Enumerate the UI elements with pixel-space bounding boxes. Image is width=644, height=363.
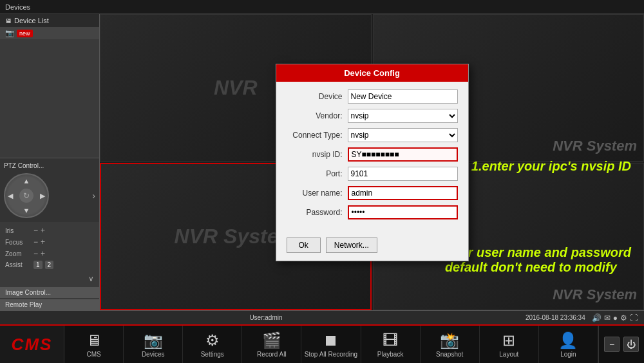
fullscreen-icon: ⛶ xyxy=(630,313,638,322)
taskbar-item-cms[interactable]: 🖥 CMS xyxy=(64,326,124,363)
device-list-label: Device List xyxy=(14,17,49,24)
assist-num-2: 2 xyxy=(45,261,54,269)
iris-plus[interactable]: + xyxy=(41,226,45,235)
zoom-label: Zoom xyxy=(5,250,31,257)
ptz-label: PTZ Control... xyxy=(4,162,95,169)
top-bar: Devices xyxy=(0,0,644,14)
taskbar-label-cms: CMS xyxy=(86,351,100,358)
taskbar-label-settings: Settings xyxy=(201,351,224,358)
taskbar-item-devices[interactable]: 📷 Devices xyxy=(124,326,183,363)
password-input[interactable] xyxy=(348,205,458,219)
ptz-up-arrow: ▲ xyxy=(23,177,30,185)
sidebar: 🖥 Device List 📷 new PTZ Control... ▲ ▼ ◀… xyxy=(0,14,100,310)
dialog-body: Device Vendor: nvsip Connect Type: xyxy=(276,82,468,232)
dialog-footer: Ok Network... xyxy=(276,232,468,261)
taskbar-minus-btn[interactable]: − xyxy=(604,337,620,352)
iris-row: Iris − + xyxy=(5,226,94,235)
connect-type-row: Connect Type: nvsip xyxy=(287,128,458,142)
bottom-arrow: ∨ xyxy=(0,273,99,284)
zoom-minus[interactable]: − xyxy=(33,249,38,258)
sidebar-header: 🖥 Device List xyxy=(0,14,99,27)
port-row: Port: xyxy=(287,167,458,181)
taskbar-label-devices: Devices xyxy=(142,351,165,358)
taskbar-item-settings[interactable]: ⚙ Settings xyxy=(183,326,242,363)
image-control-button[interactable]: Image Control... xyxy=(0,287,99,298)
connect-type-label: Connect Type: xyxy=(287,131,348,140)
iris-label: Iris xyxy=(5,227,31,234)
sidebar-spacer xyxy=(0,39,99,158)
iris-minus[interactable]: − xyxy=(33,226,38,235)
layout-icon: ⊞ xyxy=(502,331,515,349)
new-badge: new xyxy=(17,30,33,37)
record-all-icon: 🎬 xyxy=(262,331,281,349)
vendor-row: Vendor: nvsip xyxy=(287,109,458,123)
taskbar-item-layout[interactable]: ⊞ Layout xyxy=(480,326,539,363)
speaker-icon: 🔊 xyxy=(592,313,601,322)
taskbar-label-snapshot: Snapshot xyxy=(436,351,463,358)
ptz-center[interactable]: ↻ xyxy=(19,189,33,203)
app-container: Devices 🖥 Device List 📷 new PTZ Control.… xyxy=(0,0,644,363)
refresh-icon: ↻ xyxy=(23,191,30,200)
taskbar-item-record-all[interactable]: 🎬 Record All xyxy=(242,326,301,363)
content-area: 🖥 Device List 📷 new PTZ Control... ▲ ▼ ◀… xyxy=(0,14,644,310)
focus-minus[interactable]: − xyxy=(33,237,38,247)
status-time: 2016-08-18 23:36:34 xyxy=(526,314,585,321)
ok-button[interactable]: Ok xyxy=(287,237,321,253)
mail-icon: ✉ xyxy=(604,313,611,322)
taskbar-item-login[interactable]: 👤 Login xyxy=(539,326,598,363)
status-icons: 🔊 ✉ ● ⚙ ⛶ xyxy=(592,313,638,322)
connect-type-select[interactable]: nvsip xyxy=(348,128,458,142)
settings-icon: ⚙ xyxy=(620,313,627,322)
password-label: Password: xyxy=(287,208,348,217)
taskbar-label-layout: Layout xyxy=(499,351,518,358)
cms-logo-area: CMS xyxy=(0,326,64,363)
ptz-control: PTZ Control... ▲ ▼ ◀ ▶ ↻ › xyxy=(0,158,99,222)
device-config-dialog: Device Config Device Vendor: nvsip xyxy=(276,64,469,261)
taskbar-power-btn[interactable]: ⏻ xyxy=(623,337,639,352)
username-row: User name: xyxy=(287,186,458,200)
cms-icon: 🖥 xyxy=(86,331,102,349)
nvsip-id-row: nvsip ID: xyxy=(287,147,458,162)
assist-num-1: 1 xyxy=(33,261,43,269)
taskbar: CMS 🖥 CMS 📷 Devices ⚙ Settings 🎬 Record … xyxy=(0,324,644,363)
username-label: User name: xyxy=(287,189,348,198)
taskbar-label-stop-recording: Stop All Recording xyxy=(305,351,357,358)
top-bar-title: Devices xyxy=(5,3,30,11)
settings-taskbar-icon: ⚙ xyxy=(205,331,220,349)
assist-row: Assist 1 2 xyxy=(5,261,94,269)
device-label: Device xyxy=(287,92,348,101)
cms-logo: CMS xyxy=(12,335,53,355)
ptz-right-arrow: ▶ xyxy=(40,192,45,200)
dialog-title: Device Config xyxy=(276,64,468,82)
ptz-body: ▲ ▼ ◀ ▶ ↻ › xyxy=(4,173,95,218)
nvsip-id-label: nvsip ID: xyxy=(287,150,348,159)
device-icon: 📷 xyxy=(5,29,14,37)
taskbar-item-stop-recording[interactable]: ⏹ Stop All Recording xyxy=(301,326,361,363)
taskbar-items: 🖥 CMS 📷 Devices ⚙ Settings 🎬 Record All … xyxy=(64,326,598,363)
focus-label: Focus xyxy=(5,239,31,246)
vendor-select[interactable]: nvsip xyxy=(348,109,458,123)
focus-plus[interactable]: + xyxy=(41,237,45,247)
snapshot-icon: 📸 xyxy=(440,331,459,349)
status-bar: User:admin 2016-08-18 23:36:34 🔊 ✉ ● ⚙ ⛶ xyxy=(0,310,644,324)
password-row: Password: xyxy=(287,205,458,219)
playback-icon: 🎞 xyxy=(383,331,398,349)
ptz-collapse-arrow[interactable]: › xyxy=(92,191,95,201)
remote-play-button[interactable]: Remote Play xyxy=(0,299,99,310)
ptz-joystick[interactable]: ▲ ▼ ◀ ▶ ↻ xyxy=(4,173,49,218)
taskbar-label-record-all: Record All xyxy=(257,351,287,358)
focus-row: Focus − + xyxy=(5,237,94,247)
network-button[interactable]: Network... xyxy=(326,237,377,253)
ptz-down-arrow: ▼ xyxy=(23,207,30,214)
taskbar-label-login: Login xyxy=(560,351,576,358)
vendor-label: Vendor: xyxy=(287,111,348,120)
username-input[interactable] xyxy=(348,186,458,200)
taskbar-item-snapshot[interactable]: 📸 Snapshot xyxy=(421,326,480,363)
port-label: Port: xyxy=(287,169,348,178)
status-user: User:admin xyxy=(6,314,526,321)
port-input[interactable] xyxy=(348,167,458,181)
device-input[interactable] xyxy=(348,89,458,104)
zoom-plus[interactable]: + xyxy=(41,249,45,258)
taskbar-item-playback[interactable]: 🎞 Playback xyxy=(361,326,421,363)
nvsip-id-input[interactable] xyxy=(348,147,458,162)
